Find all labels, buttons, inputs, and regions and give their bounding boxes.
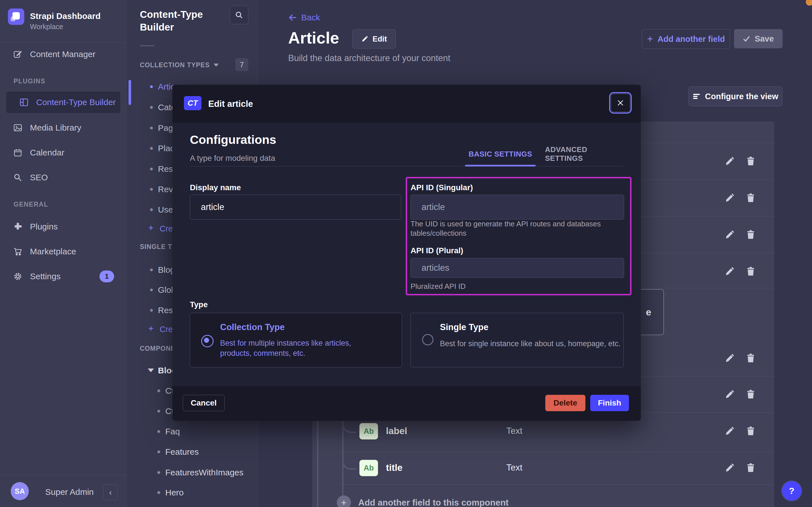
sidebar-item-plugins[interactable]: Plugins — [0, 216, 126, 237]
pencil-icon — [361, 36, 368, 42]
trash-icon[interactable] — [746, 156, 756, 166]
edit-icon[interactable] — [725, 193, 735, 203]
edit-icon[interactable] — [725, 156, 735, 166]
add-component-field-button[interactable]: Add another field to this component — [358, 498, 509, 507]
sidebar-section-plugins: PLUGINS — [13, 77, 46, 85]
collection-type-option[interactable]: Collection Type Best for multiple instan… — [190, 313, 402, 368]
bullet — [158, 450, 160, 453]
edit-icon[interactable] — [725, 426, 735, 436]
strapi-logo — [8, 8, 24, 25]
collection-type-title: Collection Type — [220, 322, 285, 332]
back-link[interactable]: Back — [288, 13, 320, 22]
bullet — [158, 410, 160, 413]
divider — [0, 42, 126, 43]
gear-icon — [13, 272, 22, 281]
api-id-plural-input[interactable] — [411, 258, 624, 278]
delete-button[interactable]: Delete — [545, 395, 585, 411]
bullet — [158, 471, 160, 474]
list-item[interactable]: Faq — [165, 427, 180, 436]
type-label: Type — [190, 300, 208, 309]
trash-icon[interactable] — [746, 266, 756, 276]
bullet — [150, 147, 153, 150]
save-button[interactable]: Save — [734, 29, 783, 48]
tab-basic-settings[interactable]: BASIC SETTINGS — [465, 149, 536, 159]
sidebar-item-seo[interactable]: SEO — [0, 167, 126, 188]
bullet — [158, 491, 160, 494]
api-id-singular-label: API ID (Singular) — [411, 183, 473, 192]
cart-icon — [13, 247, 22, 256]
plus-icon: + — [148, 323, 154, 334]
add-another-field-button[interactable]: + Add another field — [642, 29, 730, 49]
field-name: title — [386, 462, 402, 473]
trash-icon[interactable] — [746, 229, 756, 240]
bullet — [150, 127, 153, 129]
edit-icon[interactable] — [725, 229, 735, 240]
sidebar-section-general: GENERAL — [13, 201, 48, 208]
radio-unselected-icon[interactable] — [422, 334, 433, 345]
edit-article-modal: CT Edit article Configurations A type fo… — [172, 85, 641, 421]
main-sidebar: Strapi Dashboard Workplace Content Manag… — [0, 0, 126, 507]
list-item[interactable]: FeaturesWithImages — [165, 468, 244, 477]
filter-lines-icon — [692, 93, 700, 100]
search-icon — [235, 11, 243, 19]
components-header[interactable]: COMPONE — [140, 345, 176, 352]
tab-advanced-settings[interactable]: ADVANCED SETTINGS — [545, 149, 618, 159]
list-item[interactable]: Hero — [165, 488, 184, 497]
single-types-header[interactable]: SINGLE TY — [140, 243, 177, 251]
trash-icon[interactable] — [746, 463, 756, 473]
sidebar-item-label: Content-Type Builder — [36, 98, 116, 107]
page-subtitle: Build the data architecture of your cont… — [288, 53, 450, 63]
collection-types-header[interactable]: COLLECTION TYPES — [140, 60, 219, 69]
text-field-type-badge: Ab — [359, 423, 378, 440]
edit-icon[interactable] — [725, 266, 735, 276]
radio-selected-icon[interactable] — [201, 335, 213, 347]
api-id-singular-input[interactable] — [411, 195, 624, 220]
configure-the-view-button[interactable]: Configure the view — [689, 87, 782, 106]
single-type-title: Single Type — [440, 322, 489, 332]
sidebar-item-label: Plugins — [30, 222, 58, 231]
trash-icon[interactable] — [746, 353, 756, 363]
trash-icon[interactable] — [746, 389, 756, 399]
text-field-type-badge: Ab — [359, 460, 378, 476]
sidebar-item-media-library[interactable]: Media Library — [0, 117, 126, 138]
sidebar-item-label: Marketplace — [30, 247, 76, 256]
list-item[interactable]: Features — [165, 447, 199, 457]
edit-icon[interactable] — [725, 463, 735, 473]
cancel-button[interactable]: Cancel — [183, 395, 225, 411]
bullet — [158, 389, 160, 392]
sidebar-item-calendar[interactable]: Calendar — [0, 142, 126, 163]
list-item[interactable]: Plac — [158, 144, 174, 153]
settings-notification-badge: 1 — [100, 271, 114, 282]
single-type-option[interactable]: Single Type Best for single instance lik… — [411, 313, 624, 368]
sidebar-collapse-button[interactable]: ‹ — [104, 485, 118, 500]
sidebar-item-content-type-builder[interactable]: Content-Type Builder — [6, 92, 120, 113]
edit-icon[interactable] — [725, 389, 735, 399]
tree-elbow — [342, 451, 357, 470]
sidebar-item-marketplace[interactable]: Marketplace — [0, 241, 126, 262]
edit-button[interactable]: Edit — [352, 30, 396, 49]
help-button[interactable]: ? — [782, 481, 801, 501]
magnifier-icon — [13, 173, 22, 182]
sidebar-item-content-manager[interactable]: Content Manager — [0, 44, 126, 65]
display-name-input[interactable] — [190, 195, 401, 220]
chevron-down-icon — [213, 64, 219, 67]
bullet — [150, 106, 153, 109]
sidebar-item-label: Calendar — [30, 148, 64, 157]
close-icon — [617, 99, 624, 107]
bullet — [158, 430, 160, 433]
sidebar-item-settings[interactable]: Settings 1 — [0, 266, 126, 287]
close-button[interactable] — [611, 94, 630, 112]
bullet — [150, 269, 153, 271]
content-type-badge: CT — [184, 96, 201, 110]
search-button[interactable] — [230, 6, 248, 24]
plus-icon[interactable]: + — [337, 495, 351, 507]
trash-icon[interactable] — [746, 426, 756, 436]
trash-icon[interactable] — [746, 193, 756, 203]
panel-scrollbar-thumb[interactable] — [129, 80, 131, 105]
modal-subheading: A type for modeling data — [190, 154, 275, 163]
edit-icon[interactable] — [725, 353, 735, 363]
avatar[interactable]: SA — [11, 482, 29, 500]
finish-button[interactable]: Finish — [590, 395, 629, 411]
recording-indicator-dot — [806, 0, 812, 6]
bullet — [150, 289, 153, 291]
